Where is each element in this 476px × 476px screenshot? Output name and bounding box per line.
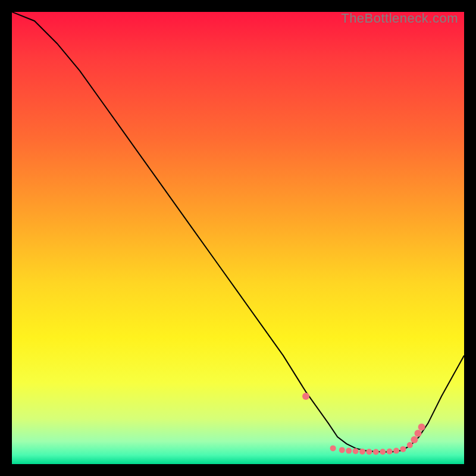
curve-dot [373, 449, 379, 455]
plot-area: TheBottleneck.com [12, 12, 464, 464]
chart-frame: TheBottleneck.com [0, 0, 476, 476]
curve-dot [387, 449, 393, 455]
curve-dot [411, 436, 418, 443]
curve-dot [380, 449, 386, 455]
watermark-text: TheBottleneck.com [341, 11, 458, 26]
curve-dot [359, 449, 365, 455]
curve-dot [393, 448, 399, 454]
curve-dot [415, 430, 422, 437]
curve-dot [302, 393, 309, 400]
curve-dot [339, 447, 345, 453]
curve-dot [353, 448, 359, 454]
curve-dot [346, 448, 352, 454]
curve-dot [366, 449, 372, 455]
curve-line [12, 12, 464, 452]
curve-dot [418, 424, 425, 431]
curve-dot [407, 442, 413, 448]
bottleneck-curve [12, 12, 464, 464]
curve-dot [330, 445, 336, 451]
curve-dot [400, 446, 406, 452]
